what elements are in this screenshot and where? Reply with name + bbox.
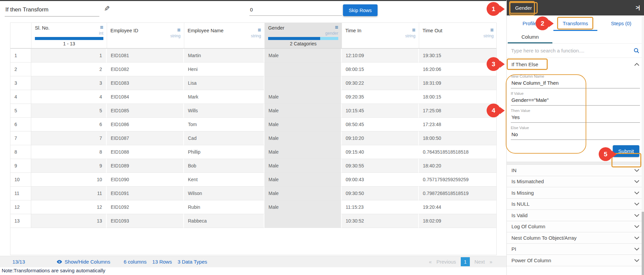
transform-name-input[interactable]: If then Transform <box>5 4 99 16</box>
chevron-down-icon <box>634 202 639 205</box>
show-hide-columns-link[interactable]: Show/Hide Columns <box>56 259 110 265</box>
rows-count: 13 Rows <box>152 259 172 265</box>
column-header-name-row: Employee Name≡ <box>188 28 261 33</box>
column-summary-label: 2 Catagories <box>268 41 338 46</box>
right-panel: Gender >| ProfileTransformsSteps (0) Col… <box>506 0 644 275</box>
column-header-name-row: Sl. No.≡ <box>35 25 103 31</box>
table-row: 1010EID1090KentMale09:00:430.75717592592… <box>10 173 496 187</box>
row-number-cell: 6 <box>10 118 31 131</box>
cell-slno: 2 <box>31 63 107 76</box>
cell-employee-id: EID1087 <box>107 131 184 145</box>
annotation-marker-3: 3 <box>487 57 500 71</box>
cell-employee-id: EID1086 <box>107 118 184 131</box>
show-hide-columns-label: Show/Hide Columns <box>65 259 110 265</box>
row-number-cell: 12 <box>10 200 31 214</box>
column-menu-icon[interactable]: ≡ <box>100 25 103 30</box>
cell-time-out: 17:23:48 <box>419 118 497 131</box>
data-grid-header: Sl. No.≡int1 - 13Employee ID≡stringEmplo… <box>10 23 496 49</box>
cell-time-in: 10:15:45 <box>342 104 419 118</box>
grid-footer: 13/13 Show/Hide Columns 6 columns 13 Row… <box>0 256 506 267</box>
submit-button[interactable]: Submit <box>613 145 639 157</box>
function-item-is-null[interactable]: Is NULL <box>507 199 644 210</box>
column-header-slno[interactable]: Sl. No.≡int1 - 13 <box>31 23 107 48</box>
column-header-time_out[interactable]: Time Out≡string <box>419 23 497 48</box>
cell-slno: 8 <box>31 145 107 159</box>
cell-employee-name: Cad <box>184 131 264 145</box>
skip-rows-input[interactable]: 0 <box>249 4 342 16</box>
cell-slno: 10 <box>31 173 107 187</box>
column-menu-icon[interactable]: ≡ <box>412 28 415 33</box>
column-header-employee_name[interactable]: Employee Name≡string <box>184 23 264 48</box>
skip-rows-button[interactable]: Skip Rows <box>343 4 378 16</box>
table-row: 1313EID1093Rabbeca10:30:5218:02:09 <box>10 214 496 228</box>
function-item-in[interactable]: IN <box>507 165 644 176</box>
cell-employee-name: Kent <box>184 173 264 187</box>
field-label-new-column-name: New Column Name <box>511 74 640 78</box>
cell-gender: Male <box>264 90 342 104</box>
tab-column[interactable]: Column <box>508 31 552 43</box>
function-if-then-else-label: If Then Else <box>511 62 538 67</box>
pagination-first-icon[interactable]: « <box>429 259 432 265</box>
field-input-else-value[interactable]: No <box>511 130 640 140</box>
field-input-then-value[interactable]: Yes <box>511 113 640 123</box>
chevron-down-icon <box>634 247 639 250</box>
autosave-note: Note:Transformations are saving automati… <box>2 268 105 273</box>
cell-gender: Male <box>264 118 342 131</box>
selected-column-chip[interactable]: Gender <box>509 2 538 14</box>
cell-time-in: 09:30:22 <box>342 76 419 90</box>
column-distribution-bar <box>268 37 338 40</box>
function-item-is-missing[interactable]: Is Missing <box>507 187 644 199</box>
cell-time-in: 10:30:52 <box>342 214 419 228</box>
cell-employee-name: Tom <box>184 118 264 131</box>
pagination-next[interactable]: Next <box>475 259 485 265</box>
function-item-is-mismatched[interactable]: Is Mismatched <box>507 176 644 188</box>
function-item-log-of-column[interactable]: Log Of Column <box>507 221 644 233</box>
row-number-cell: 1 <box>10 49 31 63</box>
column-menu-icon[interactable]: ≡ <box>258 28 261 33</box>
function-item-is-valid[interactable]: Is Valid <box>507 210 644 221</box>
column-header-label: Sl. No. <box>35 25 50 31</box>
function-search-placeholder: Type here to search a function.... <box>511 48 633 53</box>
field-label-else-value: Else Value <box>511 126 640 130</box>
tab-steps-0[interactable]: Steps (0) <box>598 15 644 31</box>
scrollbar-thumb[interactable] <box>642 212 644 275</box>
field-input-new-column-name[interactable]: New Column_If Then <box>511 78 640 88</box>
divider <box>507 162 644 165</box>
function-if-then-else[interactable]: If Then Else <box>507 58 644 71</box>
function-item-power-of-column[interactable]: Power Of Column <box>507 255 644 266</box>
row-number-cell: 7 <box>10 131 31 145</box>
pagination-previous[interactable]: Previous <box>436 259 456 265</box>
cell-employee-id: EID1081 <box>107 49 184 63</box>
row-number-cell: 4 <box>10 90 31 104</box>
function-item-label: Is Missing <box>511 190 534 196</box>
cell-employee-id: EID1093 <box>107 214 184 228</box>
pagination-page-1[interactable]: 1 <box>461 257 470 266</box>
column-menu-icon[interactable]: ≡ <box>490 28 494 33</box>
tab-transforms[interactable]: Transforms <box>552 15 598 31</box>
cell-gender: Male <box>264 131 342 145</box>
pagination-last-icon[interactable]: » <box>490 259 492 265</box>
table-row: 44EID1084MarkMale09:20:3518:00:15 <box>10 90 496 104</box>
column-menu-icon[interactable]: ≡ <box>335 25 338 30</box>
column-header-label: Employee Name <box>188 28 224 33</box>
cell-employee-id: EID1091 <box>107 187 184 200</box>
function-item-nest-column-to-object-array[interactable]: Nest Column To Object/Array <box>507 232 644 244</box>
function-item-pi[interactable]: PI <box>507 244 644 255</box>
field-input-if-value[interactable]: Gender=="Male" <box>511 95 640 106</box>
search-icon[interactable] <box>633 47 640 54</box>
cell-slno: 5 <box>31 104 107 118</box>
column-header-gender[interactable]: Gender≡gender2 Catagories <box>264 23 342 48</box>
collapse-panel-icon[interactable]: >| <box>636 5 640 11</box>
edit-pencil-icon[interactable]: ✎ <box>102 4 112 13</box>
cell-time-in: 09:30:55 <box>342 159 419 173</box>
annotation-marker-4: 4 <box>487 104 500 117</box>
cell-employee-id: EID1085 <box>107 104 184 118</box>
column-header-time_in[interactable]: Time In≡string <box>342 23 419 48</box>
column-type-label: string <box>188 34 261 38</box>
function-search[interactable]: Type here to search a function.... <box>507 44 644 58</box>
cell-employee-name: Martin <box>184 49 264 63</box>
cell-time-out: 18:00:50 <box>419 131 497 145</box>
column-header-employee_id[interactable]: Employee ID≡string <box>107 23 184 48</box>
annotation-marker-1: 1 <box>487 2 500 16</box>
column-menu-icon[interactable]: ≡ <box>177 28 181 33</box>
